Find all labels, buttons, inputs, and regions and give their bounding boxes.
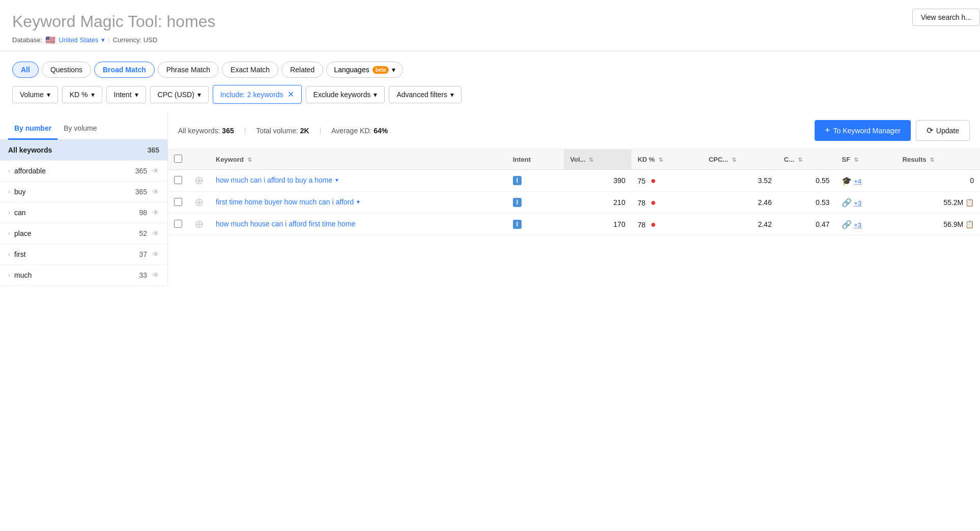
chevron-down-icon[interactable]: ▾: [101, 36, 105, 44]
page-header: Keyword Magic Tool: homes Database: 🇺🇸 U…: [0, 0, 980, 51]
sidebar-tab-by-volume[interactable]: By volume: [57, 120, 103, 140]
sidebar-much-label: much: [14, 271, 32, 279]
sort-icon[interactable]: ⇅: [930, 157, 934, 163]
sidebar-item-affordable[interactable]: › affordable 365 👁: [0, 161, 167, 182]
cpc-filter[interactable]: CPC (USD) ▾: [150, 86, 209, 103]
kd-high-icon: ●: [650, 219, 656, 229]
col-results: Results ⇅: [896, 150, 980, 170]
keyword-link[interactable]: how much can i afford to buy a home: [216, 175, 332, 186]
col-intent: Intent: [507, 150, 564, 170]
sidebar-tabs: By number By volume: [0, 112, 167, 140]
chevron-down-icon[interactable]: ▾: [335, 176, 338, 184]
serp-icon[interactable]: 📋: [965, 198, 974, 206]
tab-all[interactable]: All: [12, 62, 39, 78]
row-checkbox[interactable]: [174, 176, 182, 184]
col-sf: SF ⇅: [835, 150, 896, 170]
sf-plus-count[interactable]: +3: [854, 199, 861, 207]
to-keyword-manager-button[interactable]: + To Keyword Manager: [815, 120, 911, 141]
intent-badge: I: [513, 176, 522, 185]
main-content: All keywords: 365 | Total volume: 2K | A…: [168, 112, 980, 286]
results-cell: 0: [896, 170, 980, 192]
filter-row: Volume ▾ KD % ▾ Intent ▾ CPC (USD) ▾ Inc…: [12, 85, 968, 112]
sf-cell: 🎓 +4: [835, 170, 896, 192]
keywords-table: Keyword ⇅ Intent Vol... ⇅ KD % ⇅: [168, 150, 980, 235]
sf-plus-count[interactable]: +3: [854, 221, 861, 229]
sort-icon[interactable]: ⇅: [798, 157, 802, 163]
chevron-right-icon: ›: [8, 167, 10, 174]
chevron-down-icon: ▾: [373, 91, 377, 99]
volume-filter[interactable]: Volume ▾: [12, 86, 58, 103]
table-row: ⊕ how much house can i afford first time…: [168, 214, 980, 235]
select-all-checkbox[interactable]: [174, 155, 182, 163]
sort-icon[interactable]: ⇅: [658, 157, 663, 163]
beta-badge: beta: [372, 66, 389, 74]
sf-cell: 🔗 +3: [835, 214, 896, 235]
eye-icon[interactable]: 👁: [152, 250, 159, 258]
cpc-cell: 3.52: [703, 170, 778, 192]
sort-icon[interactable]: ⇅: [854, 157, 858, 163]
database-country-link[interactable]: United States: [59, 36, 98, 44]
sidebar-item-place[interactable]: › place 52 👁: [0, 223, 167, 244]
col-com: C... ⇅: [778, 150, 836, 170]
sidebar-item-much[interactable]: › much 33 👁: [0, 265, 167, 286]
link-icon: 🔗: [842, 198, 852, 207]
sort-icon[interactable]: ⇅: [247, 157, 252, 163]
keyword-link[interactable]: how much house can i afford first time h…: [216, 219, 501, 229]
sidebar-can-label: can: [14, 209, 26, 217]
sf-plus-count[interactable]: +4: [854, 178, 861, 185]
sidebar-first-count: 37: [139, 250, 147, 258]
sidebar-items-list: All keywords 365 › affordable 365 👁: [0, 140, 167, 286]
sort-icon[interactable]: ⇅: [589, 157, 593, 163]
eye-icon[interactable]: 👁: [152, 209, 159, 217]
tab-row: All Questions Broad Match Phrase Match E…: [12, 62, 968, 78]
volume-cell: 170: [564, 214, 631, 235]
sidebar-affordable-count: 365: [135, 167, 147, 175]
sidebar-item-first[interactable]: › first 37 👁: [0, 244, 167, 265]
serp-icon[interactable]: 📋: [965, 220, 974, 228]
chevron-right-icon: ›: [8, 230, 10, 237]
view-search-button[interactable]: View search h...: [912, 9, 980, 26]
tab-broad-match[interactable]: Broad Match: [94, 62, 155, 78]
add-keyword-button[interactable]: ⊕: [194, 175, 204, 186]
tab-related[interactable]: Related: [281, 62, 323, 78]
tab-phrase-match[interactable]: Phrase Match: [158, 62, 219, 78]
eye-icon[interactable]: 👁: [152, 188, 159, 196]
exclude-keywords-filter[interactable]: Exclude keywords ▾: [306, 86, 385, 103]
col-volume: Vol... ⇅: [564, 150, 631, 170]
com-cell: 0.53: [778, 192, 836, 214]
com-cell: 0.47: [778, 214, 836, 235]
update-button[interactable]: ⟳ Update: [916, 120, 970, 141]
toolbar: All Questions Broad Match Phrase Match E…: [0, 51, 980, 112]
sidebar-item-can[interactable]: › can 98 👁: [0, 202, 167, 223]
include-keywords-filter[interactable]: Include: 2 keywords ✕: [213, 85, 302, 104]
kd-filter[interactable]: KD % ▾: [62, 86, 102, 103]
intent-cell: I: [507, 170, 564, 192]
tab-exact-match[interactable]: Exact Match: [222, 62, 278, 78]
sidebar-item-buy[interactable]: › buy 365 👁: [0, 182, 167, 202]
add-keyword-button[interactable]: ⊕: [194, 219, 204, 230]
add-keyword-button[interactable]: ⊕: [194, 197, 204, 208]
eye-icon[interactable]: 👁: [152, 229, 159, 238]
eye-icon[interactable]: 👁: [152, 167, 159, 175]
keyword-cell: first time home buyer how much can i aff…: [210, 192, 507, 214]
languages-button[interactable]: Languages beta ▾: [326, 62, 403, 78]
kd-cell: 78 ●: [631, 214, 703, 235]
eye-icon[interactable]: 👁: [152, 271, 159, 279]
content-area: By number By volume All keywords 365 › a…: [0, 112, 980, 286]
chevron-down-icon: ▾: [450, 91, 454, 99]
sort-icon[interactable]: ⇅: [732, 157, 736, 163]
row-checkbox[interactable]: [174, 220, 182, 228]
row-checkbox[interactable]: [174, 198, 182, 206]
tab-questions[interactable]: Questions: [42, 62, 91, 78]
chevron-down-icon[interactable]: ▾: [357, 198, 360, 205]
sidebar-item-all-keywords[interactable]: All keywords 365: [0, 140, 167, 161]
sidebar-place-label: place: [14, 229, 31, 238]
intent-filter[interactable]: Intent ▾: [106, 86, 146, 103]
sidebar-first-label: first: [14, 250, 26, 258]
sidebar-can-count: 98: [139, 209, 147, 217]
chevron-right-icon: ›: [8, 272, 10, 279]
advanced-filters-button[interactable]: Advanced filters ▾: [389, 86, 462, 103]
sidebar-tab-by-number[interactable]: By number: [8, 120, 57, 140]
keyword-link[interactable]: first time home buyer how much can i aff…: [216, 197, 354, 208]
include-clear-button[interactable]: ✕: [287, 90, 294, 99]
